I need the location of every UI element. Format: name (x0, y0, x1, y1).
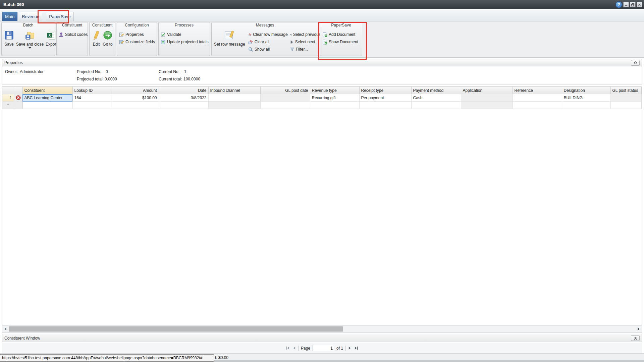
cell-payment-method[interactable]: Cash (411, 94, 461, 102)
cell-reference[interactable] (513, 102, 562, 109)
col-header-revenue-type[interactable]: Revenue type (310, 87, 359, 94)
row-error-cell[interactable] (14, 94, 22, 102)
show-all-button[interactable]: Show all (248, 47, 288, 52)
cell-revenue-type[interactable]: Recurring gift (310, 94, 359, 102)
col-header-receipt-type[interactable]: Receipt type (359, 87, 411, 94)
divider (345, 346, 346, 351)
projected-no-value: 0 (106, 69, 108, 74)
cell-constituent[interactable] (22, 102, 72, 109)
cell-application[interactable] (461, 94, 513, 102)
cell-gl-post-status[interactable] (610, 94, 642, 102)
clear-row-message-button[interactable]: Clear row message (248, 32, 288, 37)
col-header-lookup-id[interactable]: Lookup ID (72, 87, 111, 94)
col-header-gl-post-status[interactable]: GL post status (610, 87, 642, 94)
previous-page-button[interactable] (292, 346, 296, 350)
cell-payment-method[interactable] (411, 102, 461, 109)
col-header-payment-method[interactable]: Payment method (411, 87, 461, 94)
show-document-button[interactable]: Show Document (322, 39, 358, 45)
first-page-button[interactable] (285, 346, 290, 350)
group-title: PaperSave (320, 22, 362, 28)
save-button[interactable]: Save (3, 29, 15, 47)
properties-button[interactable]: Properties (119, 32, 155, 37)
table-row-new: * (2, 102, 642, 109)
col-header-reference[interactable]: Reference (513, 87, 562, 94)
constituent-window-bar[interactable]: Constituent Window (2, 334, 642, 342)
cell-application[interactable] (461, 102, 513, 109)
pagination-bar: Page of 1 (2, 343, 642, 353)
cell-gl-post-date[interactable] (260, 94, 310, 102)
cell-date[interactable] (159, 102, 208, 109)
col-header-amount[interactable]: Amount (111, 87, 159, 94)
chevron-down-icon[interactable] (29, 47, 31, 49)
scroll-right-icon[interactable] (637, 327, 640, 332)
note-pencil-icon (224, 30, 235, 41)
chevron-up-double-icon (633, 61, 638, 64)
col-header-constituent[interactable]: Constituent (22, 87, 72, 94)
cell-date[interactable]: 3/8/2022 (159, 94, 208, 102)
add-document-button[interactable]: Add Document (322, 32, 358, 37)
horizontal-scrollbar[interactable] (2, 325, 642, 333)
update-arrow-icon (161, 40, 166, 45)
cell-reference[interactable] (513, 94, 562, 102)
cell-amount[interactable]: $100.00 (111, 94, 159, 102)
cell-designation[interactable] (562, 102, 610, 109)
col-header-date[interactable]: Date (159, 87, 208, 94)
close-button[interactable] (637, 2, 642, 7)
minimize-button[interactable] (623, 2, 629, 7)
tab-revenue[interactable]: Revenue (19, 12, 42, 21)
cell-amount[interactable] (111, 102, 159, 109)
clear-all-button[interactable]: Clear all (248, 39, 288, 45)
next-page-button[interactable] (348, 346, 352, 350)
properties-collapse-button[interactable] (631, 60, 640, 66)
last-page-button[interactable] (354, 346, 359, 350)
col-header-application[interactable]: Application (461, 87, 513, 94)
help-icon[interactable]: ? (615, 1, 622, 8)
customize-fields-icon (119, 40, 124, 45)
scrollbar-thumb[interactable] (9, 326, 343, 331)
edit-button[interactable]: Edit (91, 29, 102, 47)
update-projected-totals-button[interactable]: Update projected totals (161, 39, 208, 45)
row-number-cell[interactable]: * (2, 102, 14, 109)
projected-no-label: Projected No.: (77, 69, 102, 74)
page-number-input[interactable] (313, 345, 334, 351)
save-and-close-button[interactable]: Save and close (15, 29, 45, 49)
cell-constituent[interactable]: ABC Learning Center (22, 94, 72, 102)
tab-papersave[interactable]: PaperSave (46, 12, 73, 21)
select-next-button[interactable]: Select next (290, 39, 321, 45)
ribbon-group-constituent-nav: Constituent Edit Go to (89, 22, 115, 56)
status-total-fragment: t: $0.00 (215, 355, 228, 360)
cell-gl-post-status[interactable] (610, 102, 642, 109)
col-header-inbound-channel[interactable]: Inbound channel (208, 87, 260, 94)
constituent-window-collapse-button[interactable] (631, 335, 640, 341)
last-page-icon (354, 346, 359, 350)
select-previous-button[interactable]: Select previous (290, 32, 321, 37)
row-error-cell[interactable] (14, 102, 22, 109)
set-row-message-button[interactable]: Set row message (213, 29, 246, 47)
minimize-icon (624, 3, 628, 7)
cell-receipt-type[interactable] (359, 102, 411, 109)
close-icon (638, 3, 641, 7)
row-number-cell[interactable]: 1 (2, 94, 14, 102)
validate-button[interactable]: Validate (161, 32, 208, 37)
cell-lookup-id[interactable] (72, 102, 111, 109)
cell-receipt-type[interactable]: Per payment (359, 94, 411, 102)
tab-main[interactable]: Main (2, 12, 17, 21)
cell-inbound-channel[interactable] (208, 94, 260, 102)
cell-lookup-id[interactable]: 164 (72, 94, 111, 102)
filter-button[interactable]: Filter... (290, 47, 321, 52)
col-header-designation[interactable]: Designation (562, 87, 610, 94)
col-header-gl-post-date[interactable]: GL post date (260, 87, 310, 94)
excel-export-icon: X (46, 30, 56, 41)
cell-gl-post-date[interactable] (260, 102, 310, 109)
solicit-codes-button[interactable]: Solicit codes (59, 32, 88, 37)
scroll-left-icon[interactable] (4, 327, 7, 332)
customize-fields-button[interactable]: Customize fields (119, 39, 155, 45)
properties-panel-header[interactable]: Properties (2, 59, 642, 66)
grid-header-row: Constituent Lookup ID Amount Date Inboun… (2, 87, 642, 94)
cell-revenue-type[interactable] (310, 102, 359, 109)
restore-button[interactable] (630, 2, 636, 7)
cell-inbound-channel[interactable] (208, 102, 260, 109)
cell-designation[interactable]: BUILDING (562, 94, 610, 102)
properties-title: Properties (4, 60, 23, 65)
go-to-button[interactable]: Go to (102, 29, 114, 47)
